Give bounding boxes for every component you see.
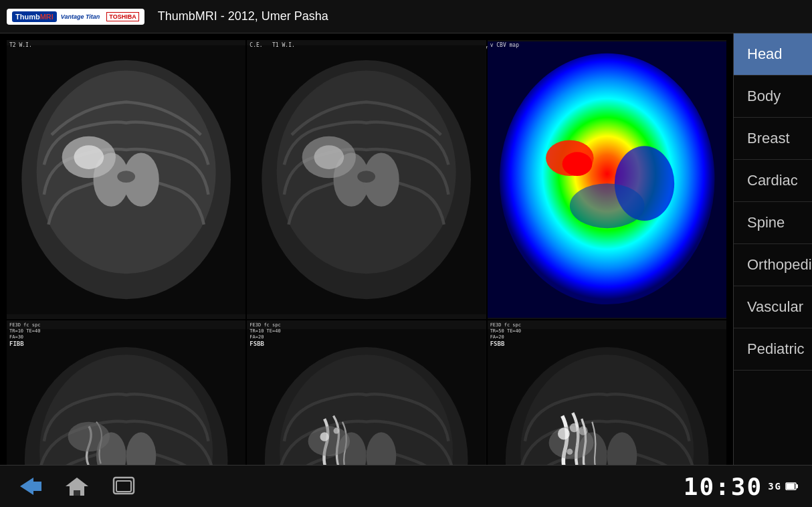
svg-point-15 <box>314 145 344 169</box>
sidebar-label-cardiac: Cardiac <box>747 172 798 189</box>
sidebar-item-cardiac[interactable]: Cardiac <box>734 160 812 202</box>
sidebar-label-body: Body <box>747 88 781 105</box>
app-title: ThumbMRI - 2012, Umer Pasha <box>158 9 328 23</box>
sidebar-item-pediatric[interactable]: Pediatric <box>734 328 812 371</box>
svg-marker-119 <box>20 478 33 495</box>
svg-point-44 <box>569 423 578 432</box>
svg-point-7 <box>74 145 104 169</box>
back-button[interactable] <box>13 472 47 500</box>
sidebar-label-orthopedic: Orthopedic <box>747 256 812 274</box>
svg-point-36 <box>334 428 340 434</box>
mri-cell-t1[interactable]: C.E. T1 W.I. <box>247 40 486 319</box>
content-wrapper: FSBB clearly depicting abnormal vessels … <box>0 33 812 507</box>
recents-icon <box>111 476 136 497</box>
sidebar-item-vascular[interactable]: Vascular <box>734 286 812 328</box>
mri-grid: T2 W.I. <box>7 40 726 507</box>
svg-point-43 <box>558 428 570 440</box>
home-button[interactable] <box>60 472 94 500</box>
signal-label: 3G <box>768 481 782 492</box>
bottom-bar: 10:30 3G <box>0 465 812 507</box>
mri-label-t2: T2 W.I. <box>9 42 32 49</box>
svg-point-13 <box>358 171 376 183</box>
recents-button[interactable] <box>107 472 140 500</box>
mri-main: T2 W.I. <box>0 33 733 507</box>
svg-rect-123 <box>74 490 80 496</box>
mri-cell-cbv[interactable]: v CBV map <box>488 40 726 319</box>
svg-rect-127 <box>796 484 798 488</box>
signal-icons: 3G <box>768 480 799 493</box>
svg-marker-121 <box>66 478 88 486</box>
sidebar-item-body[interactable]: Body <box>734 76 812 118</box>
sidebar: Head Body Breast Cardiac Spine Orthopedi… <box>733 33 812 507</box>
sidebar-label-vascular: Vascular <box>747 298 803 316</box>
mri-label-fibb: FE3D fc spcTR=10 TE=40FA=30FIBB <box>9 322 40 348</box>
back-icon <box>17 476 43 496</box>
svg-rect-125 <box>116 481 131 492</box>
sidebar-item-orthopedic[interactable]: Orthopedic <box>734 244 812 286</box>
mri-label-fsbb1: FE3D fc spcTR=10 TE=40FA=20FSBB <box>249 322 280 348</box>
mri-label-t1: C.E. T1 W.I. <box>249 42 294 49</box>
home-icon <box>64 476 90 497</box>
mri-label-cbv: v CBV map <box>490 42 519 49</box>
left-content: FSBB clearly depicting abnormal vessels … <box>0 33 733 507</box>
sidebar-label-spine: Spine <box>747 214 785 231</box>
mri-label-fsbb2: FE3D fc spcTR=50 TE=40FA=20FSBB <box>490 322 521 348</box>
logo-vantage: Vantage Titan <box>61 13 100 20</box>
sidebar-item-spine[interactable]: Spine <box>734 202 812 244</box>
svg-point-5 <box>117 171 135 183</box>
logo-toshiba: TOSHIBA <box>106 12 138 21</box>
svg-rect-120 <box>33 482 41 491</box>
main-content: FSBB clearly depicting abnormal vessels … <box>0 33 812 507</box>
svg-point-28 <box>68 422 110 452</box>
time-display: 10:30 3G <box>684 473 799 500</box>
time-text: 10:30 <box>684 473 763 500</box>
nav-icons <box>13 472 140 500</box>
svg-point-22 <box>569 183 644 228</box>
logo-thumb-mri: ThumbMRI <box>12 11 57 22</box>
logo-area: ThumbMRI Vantage Titan TOSHIBA <box>7 9 144 25</box>
svg-point-20 <box>562 152 592 176</box>
sidebar-label-breast: Breast <box>747 130 790 147</box>
sidebar-label-head: Head <box>747 45 783 63</box>
mri-cell-t2[interactable]: T2 W.I. <box>7 40 245 319</box>
svg-point-18 <box>500 54 715 304</box>
sidebar-item-breast[interactable]: Breast <box>734 118 812 160</box>
mri-row-1: T2 W.I. <box>7 40 726 319</box>
battery-icon <box>785 480 799 493</box>
sidebar-item-head[interactable]: Head <box>734 33 812 76</box>
svg-rect-128 <box>787 484 795 489</box>
header: ThumbMRI Vantage Titan TOSHIBA ThumbMRI … <box>0 0 812 33</box>
sidebar-label-pediatric: Pediatric <box>747 340 805 358</box>
svg-point-45 <box>579 427 587 435</box>
svg-point-35 <box>320 432 329 441</box>
svg-point-46 <box>567 449 573 455</box>
svg-point-34 <box>308 427 350 457</box>
